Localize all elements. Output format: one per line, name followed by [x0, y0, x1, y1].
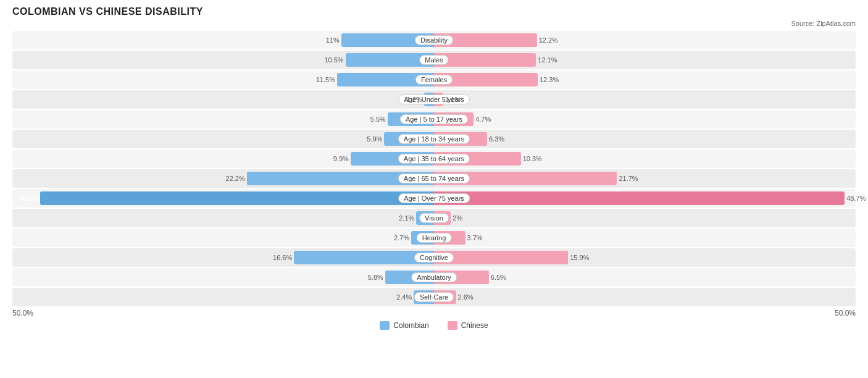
- chart-row: Vision2.1%2%: [12, 209, 856, 227]
- value-chinese: 48.7%: [846, 195, 866, 202]
- bar-label: Ambulatory: [411, 272, 457, 282]
- bar-label: Age | 35 to 64 years: [398, 154, 470, 164]
- legend-chinese-label: Chinese: [461, 321, 488, 330]
- value-colombian: 16.6%: [273, 254, 292, 261]
- bar-chinese: [434, 53, 536, 67]
- chart-row: Age | 18 to 34 years5.9%6.3%: [12, 130, 856, 148]
- value-colombian: 9.9%: [333, 155, 349, 162]
- chart-row: Disability11%12.2%: [12, 31, 856, 49]
- legend-colombian-label: Colombian: [393, 321, 428, 330]
- chart-row: Self-Care2.4%2.6%: [12, 288, 856, 306]
- value-chinese: 3.7%: [467, 234, 483, 242]
- axis-right: 50.0%: [835, 309, 856, 317]
- value-chinese: 2%: [453, 214, 462, 222]
- chart-row: Age | 65 to 74 years22.2%21.7%: [12, 169, 856, 188]
- value-colombian: 1.2%: [407, 96, 422, 103]
- value-colombian: 22.2%: [226, 175, 245, 182]
- value-colombian: 2.4%: [396, 293, 412, 301]
- chart-row: Hearing2.7%3.7%: [12, 229, 856, 247]
- legend-colombian-swatch: [380, 321, 390, 330]
- chart-row: Age | Over 75 years46.7%48.7%: [12, 189, 856, 208]
- value-chinese: 15.9%: [570, 254, 589, 261]
- bar-label: Females: [415, 75, 453, 85]
- axis-labels: 50.0% 50.0%: [12, 309, 856, 317]
- value-colombian: 5.8%: [368, 274, 383, 281]
- chart-row: Cognitive16.6%15.9%: [12, 248, 856, 267]
- bar-label: Self-Care: [414, 292, 454, 302]
- bar-label: Males: [419, 55, 448, 65]
- value-chinese: 10.3%: [523, 155, 542, 162]
- value-chinese: 6.3%: [489, 135, 504, 143]
- value-colombian: 46.7%: [19, 195, 38, 202]
- value-chinese: 21.7%: [619, 175, 638, 182]
- bar-label: Age | Over 75 years: [398, 193, 470, 203]
- chart-row: Males10.5%12.1%: [12, 51, 856, 69]
- value-chinese: 6.5%: [491, 274, 506, 281]
- chart-row: Ambulatory5.8%6.5%: [12, 268, 856, 287]
- bar-label: Disability: [415, 35, 453, 45]
- bar-label: Hearing: [417, 233, 452, 243]
- value-colombian: 2.7%: [394, 234, 409, 242]
- value-colombian: 10.5%: [324, 56, 343, 64]
- bar-label: Vision: [419, 213, 449, 223]
- bar-label: Cognitive: [414, 253, 454, 262]
- value-colombian: 11.5%: [316, 76, 335, 83]
- value-colombian: 11%: [326, 36, 340, 44]
- value-chinese: 12.1%: [538, 56, 557, 64]
- legend-colombian: Colombian: [380, 321, 428, 330]
- chart-row: Age | 35 to 64 years9.9%10.3%: [12, 149, 856, 168]
- bar-label: Age | 65 to 74 years: [398, 174, 470, 183]
- page-title: COLOMBIAN VS CHINESE DISABILITY: [12, 6, 856, 17]
- legend-chinese-swatch: [448, 321, 457, 330]
- source-label: Source: ZipAtlas.com: [12, 20, 856, 27]
- chart-row: Age | Under 5 years1.2%1.1%: [12, 90, 856, 109]
- bar-label: Age | 5 to 17 years: [400, 114, 468, 124]
- value-chinese: 2.6%: [458, 293, 474, 301]
- bar-colombian: [40, 191, 434, 205]
- legend-chinese: Chinese: [448, 321, 488, 330]
- value-chinese: 1.1%: [445, 96, 461, 103]
- bar-label: Age | 18 to 34 years: [398, 134, 470, 144]
- bar-colombian: [294, 251, 434, 264]
- value-colombian: 5.9%: [367, 135, 382, 143]
- chart-area: Disability11%12.2%Males10.5%12.1%Females…: [12, 31, 856, 306]
- legend: Colombian Chinese: [12, 321, 856, 330]
- bar-chinese: [434, 251, 568, 264]
- bar-chinese: [434, 191, 845, 205]
- axis-left: 50.0%: [12, 309, 33, 317]
- value-chinese: 4.7%: [475, 116, 491, 123]
- value-colombian: 2.1%: [399, 214, 414, 222]
- chart-row: Age | 5 to 17 years5.5%4.7%: [12, 110, 856, 128]
- chart-row: Females11.5%12.3%: [12, 70, 856, 89]
- value-chinese: 12.2%: [539, 36, 558, 44]
- value-colombian: 5.5%: [370, 116, 386, 123]
- value-chinese: 12.3%: [540, 76, 559, 83]
